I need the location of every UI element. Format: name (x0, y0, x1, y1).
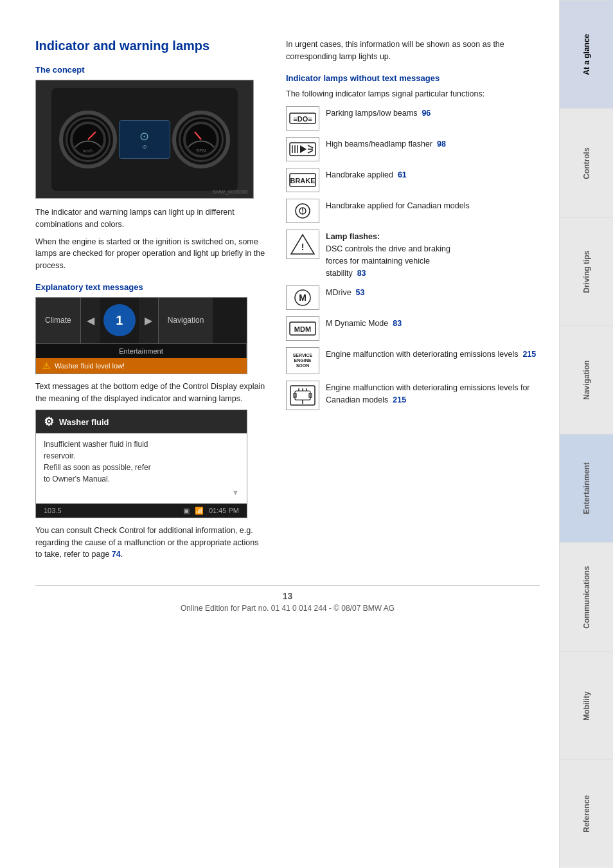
body-text-2: When the engine is started or the igniti… (35, 236, 267, 272)
engine-canadian-icon (286, 381, 319, 410)
sidebar-item-navigation[interactable]: Navigation (560, 325, 613, 434)
right-gauge-inner: RPM (179, 117, 224, 162)
sidebar-item-controls[interactable]: Controls (560, 109, 613, 217)
time-display: 01:45 PM (209, 507, 239, 514)
mdm-link[interactable]: 83 (393, 319, 402, 328)
sidebar-label-reference: Reference (582, 795, 591, 833)
parking-lamp-link[interactable]: 96 (422, 109, 431, 118)
left-column: Indicator and warning lamps The concept … (35, 39, 267, 566)
page-number: 13 (35, 591, 540, 601)
display-icon: ⊙ (139, 129, 149, 143)
parking-lamp-svg: ≡DO≡ (289, 109, 317, 127)
indicator-engine-canadian: Engine malfunction with deteriorating em… (286, 381, 540, 410)
indicator-handbrake-canadian: ! Handbrake applied for Canadian models (286, 199, 540, 223)
main-content: Indicator and warning lamps The concept … (0, 0, 559, 868)
engine-canadian-svg (289, 383, 317, 408)
indicator-mdm: MDM M Dynamic Mode 83 (286, 316, 540, 341)
page-footer: 13 Online Edition for Part no. 01 41 0 0… (35, 585, 540, 613)
dsc-icon: ! (286, 230, 319, 259)
mdrive-text: MDrive 53 (326, 285, 364, 299)
svg-line-14 (308, 150, 313, 153)
engine-canadian-link[interactable]: 215 (393, 395, 406, 404)
washer-line2: reservoir. (44, 451, 75, 460)
indicator-handbrake: BRAKE Handbrake applied 61 (286, 168, 540, 192)
washer-fluid-footer: 103.5 ▣ 📶 01:45 PM (36, 503, 247, 518)
sidebar-item-entertainment[interactable]: Entertainment (560, 434, 613, 543)
climate-tab[interactable]: Climate (36, 298, 81, 343)
mdm-svg: MDM (289, 320, 317, 338)
parking-lamp-text: Parking lamps/low beams 96 (326, 106, 431, 120)
sidebar-label-navigation: Navigation (582, 360, 591, 399)
parking-lamp-icon: ≡DO≡ (286, 106, 319, 131)
svg-text:km/h: km/h (83, 149, 93, 153)
sidebar-label-at-a-glance: At a glance (582, 34, 591, 75)
storage-icon: ▣ (183, 507, 190, 515)
warning-triangle-icon: ⚠ (42, 361, 51, 371)
dsc-link[interactable]: 83 (357, 269, 366, 278)
handbrake-canadian-text: Handbrake applied for Canadian models (326, 199, 470, 212)
footer-icons: ▣ 📶 01:45 PM (183, 507, 239, 515)
mdrive-link[interactable]: 53 (356, 288, 365, 297)
sidebar-item-at-a-glance[interactable]: At a glance (560, 0, 613, 109)
page-74-link[interactable]: 74 (112, 550, 121, 559)
service-engine-icon: SERVICEENGINESOON (286, 347, 319, 374)
sidebar-label-controls: Controls (582, 147, 591, 179)
brake-icon: BRAKE (286, 168, 319, 192)
body-text-4: You can consult Check Control for additi… (35, 525, 267, 561)
left-gauge: km/h (59, 111, 117, 168)
control-display-top: Climate ◀ 1 ▶ Navigation (36, 298, 247, 343)
indicator-lamps-title: Indicator lamps without text messages (286, 73, 540, 83)
climate-tab-label: Climate (45, 316, 71, 325)
sidebar: At a glance Controls Driving tips Naviga… (559, 0, 613, 868)
entertainment-tab[interactable]: Entertainment (36, 344, 247, 358)
mdrive-svg: M (289, 289, 317, 307)
mdm-text: M Dynamic Mode 83 (326, 316, 402, 330)
indicator-dsc: ! Lamp flashes: DSC controls the drive a… (286, 230, 540, 279)
indicator-high-beams: High beams/headlamp flasher 98 (286, 137, 540, 161)
indicator-intro: The following indicator lamps signal par… (286, 88, 540, 100)
high-beam-svg (289, 140, 317, 158)
dashboard-inner: km/h ⊙ iD (51, 88, 238, 191)
navigation-tab[interactable]: Navigation (158, 298, 213, 343)
right-column: In urgent cases, this information will b… (286, 39, 540, 566)
sidebar-label-driving-tips: Driving tips (582, 250, 591, 293)
left-gauge-inner: km/h (66, 117, 111, 162)
mdrive-icon: M (286, 285, 319, 310)
entertainment-tab-label: Entertainment (119, 347, 163, 355)
svg-text:M: M (299, 293, 306, 303)
dashboard-image: km/h ⊙ iD (35, 80, 254, 199)
service-engine-link[interactable]: 215 (522, 350, 536, 359)
brake-canadian-icon: ! (286, 199, 319, 223)
sidebar-item-reference[interactable]: Reference (560, 759, 613, 868)
nav-arrow-right[interactable]: ▶ (139, 298, 158, 343)
svg-rect-27 (295, 391, 310, 400)
handbrake-text: Handbrake applied 61 (326, 168, 407, 181)
svg-text:BRAKE: BRAKE (290, 177, 315, 185)
body-text-1: The indicator and warning lamps can ligh… (35, 206, 267, 231)
nav-arrow-left[interactable]: ◀ (81, 298, 100, 343)
image-caption: BMW_0000000 (213, 189, 248, 195)
service-engine-text: Engine malfunction with deteriorating em… (326, 347, 536, 361)
signal-icon: 📶 (195, 507, 204, 515)
indicator-service-engine: SERVICEENGINESOON Engine malfunction wit… (286, 347, 540, 374)
display-idrive: iD (143, 145, 147, 149)
svg-text:!: ! (301, 242, 305, 252)
control-display-box: Climate ◀ 1 ▶ Navigation Entertainment (35, 297, 247, 374)
sidebar-item-mobility[interactable]: Mobility (560, 651, 613, 760)
indicators-list: ≡DO≡ Parking lamps/low beams 96 (286, 106, 540, 410)
high-beam-link[interactable]: 98 (437, 140, 446, 149)
warning-bar: ⚠ Washer fluid level low! (36, 358, 247, 374)
svg-text:!: ! (301, 207, 304, 215)
two-column-layout: Indicator and warning lamps The concept … (35, 39, 540, 566)
svg-text:≡DO≡: ≡DO≡ (293, 115, 312, 123)
main-section-title: Indicator and warning lamps (35, 39, 267, 53)
indicator-parking-lamps: ≡DO≡ Parking lamps/low beams 96 (286, 106, 540, 131)
sidebar-item-communications[interactable]: Communications (560, 543, 613, 651)
body-text-3: Text messages at the bottom edge of the … (35, 381, 267, 405)
high-beam-text: High beams/headlamp flasher 98 (326, 137, 446, 150)
brake-canadian-svg: ! (289, 202, 317, 220)
washer-fluid-box: ⚙ Washer fluid Insufficient washer fluid… (35, 410, 247, 518)
handbrake-link[interactable]: 61 (398, 170, 407, 179)
sidebar-item-driving-tips[interactable]: Driving tips (560, 217, 613, 326)
mdm-icon: MDM (286, 316, 319, 341)
